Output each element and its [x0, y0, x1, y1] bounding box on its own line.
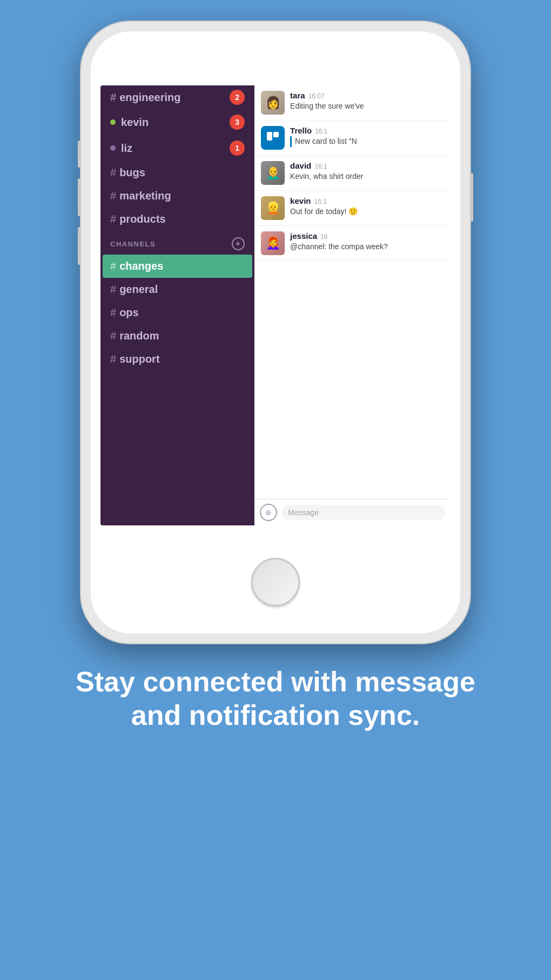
attach-button[interactable]: ⊕: [260, 504, 277, 521]
sender-name: tara: [290, 91, 305, 100]
message-header-trello: Trello 16:1: [290, 126, 444, 135]
avatar-david: 👨‍🦲: [261, 161, 285, 185]
svg-rect-0: [267, 132, 272, 141]
message-content-david: david 16:1 Kevin, wha shirt order: [290, 161, 444, 185]
message-header-kevin: kevin 16:1: [290, 196, 444, 205]
sender-name: kevin: [290, 196, 311, 205]
chat-message-trello: Trello 16:1 New card to list "N: [254, 121, 451, 156]
hash-icon: #: [110, 330, 116, 342]
sidebar-channel-random[interactable]: # random: [100, 324, 254, 348]
badge-liz: 1: [230, 141, 245, 156]
sidebar-item-label: support: [119, 353, 159, 365]
power-button: [470, 173, 473, 222]
hash-icon: #: [110, 306, 116, 319]
phone-outer-shell: # engineering 2 kevin 3 liz 1: [81, 22, 470, 643]
sidebar-channel-changes[interactable]: # changes: [103, 255, 252, 278]
chat-message-david: 👨‍🦲 david 16:1 Kevin, wha shirt order: [254, 156, 451, 191]
svg-rect-1: [273, 132, 279, 137]
sidebar-item-label: marketing: [119, 190, 171, 202]
tagline-line1: Stay connected with message: [76, 666, 475, 697]
hash-icon: #: [110, 166, 116, 179]
offline-dot: [110, 145, 116, 151]
sidebar-item-label: ops: [119, 306, 139, 319]
avatar-jessica: 👩‍🦰: [261, 231, 285, 255]
tagline-text: Stay connected with message and notifica…: [76, 665, 475, 732]
message-header-jessica: jessica 16: [290, 231, 444, 241]
hash-icon: #: [110, 353, 116, 365]
chat-panel: 👩 tara 16:07 Editing the sure we've: [254, 85, 451, 525]
chat-message-tara: 👩 tara 16:07 Editing the sure we've: [254, 85, 451, 121]
channels-section-header: CHANNELS +: [100, 231, 254, 255]
message-content-trello: Trello 16:1 New card to list "N: [290, 126, 444, 150]
phone-mockup: # engineering 2 kevin 3 liz 1: [81, 22, 470, 643]
tagline-line2: and notification sync.: [131, 699, 420, 731]
mute-button: [78, 141, 81, 168]
message-header-david: david 16:1: [290, 161, 444, 170]
message-time: 16:1: [314, 163, 327, 170]
sidebar-item-label: products: [119, 213, 166, 225]
message-header-tara: tara 16:07: [290, 91, 444, 100]
avatar-kevin: 👱: [261, 196, 285, 220]
avatar-tara: 👩: [261, 91, 285, 115]
chat-message-jessica: 👩‍🦰 jessica 16 @channel: the compa week?: [254, 226, 451, 261]
sidebar: # engineering 2 kevin 3 liz 1: [100, 85, 254, 525]
phone-screen: # engineering 2 kevin 3 liz 1: [100, 85, 451, 525]
message-text: Editing the sure we've: [290, 101, 444, 112]
hash-icon: #: [110, 91, 116, 104]
sidebar-item-label: general: [119, 283, 158, 296]
sidebar-item-label: random: [119, 330, 159, 342]
message-content-tara: tara 16:07 Editing the sure we've: [290, 91, 444, 115]
add-channel-button[interactable]: +: [232, 237, 245, 250]
sidebar-item-marketing[interactable]: # marketing: [100, 184, 254, 208]
avatar-trello: [261, 126, 285, 150]
message-time: 16:07: [308, 92, 325, 100]
message-time: 16: [320, 233, 327, 241]
sidebar-channel-general[interactable]: # general: [100, 278, 254, 301]
channels-label: CHANNELS: [110, 240, 156, 248]
sidebar-item-products[interactable]: # products: [100, 208, 254, 231]
sidebar-item-engineering[interactable]: # engineering 2: [100, 85, 254, 109]
sidebar-item-label: kevin: [121, 116, 149, 129]
message-content-kevin: kevin 16:1 Out for de today! 🙂: [290, 196, 444, 220]
volume-up-button: [78, 178, 81, 216]
message-text: @channel: the compa week?: [290, 242, 444, 252]
message-time: 16:1: [315, 128, 327, 135]
volume-down-button: [78, 227, 81, 265]
chat-messages-list: 👩 tara 16:07 Editing the sure we've: [254, 85, 451, 499]
sidebar-item-bugs[interactable]: # bugs: [100, 161, 254, 184]
hash-icon: #: [110, 213, 116, 225]
sidebar-item-liz[interactable]: liz 1: [100, 135, 254, 161]
tagline-section: Stay connected with message and notifica…: [32, 665, 519, 732]
message-text: New card to list "N: [290, 136, 444, 147]
sidebar-item-label: changes: [119, 260, 163, 272]
sidebar-item-label: bugs: [119, 166, 145, 179]
sidebar-channel-support[interactable]: # support: [100, 348, 254, 371]
sender-name: Trello: [290, 126, 312, 135]
message-text: Out for de today! 🙂: [290, 206, 444, 217]
message-input-placeholder[interactable]: Message: [281, 505, 445, 520]
sender-name: david: [290, 161, 311, 170]
phone-inner-shell: # engineering 2 kevin 3 liz 1: [91, 31, 460, 634]
sidebar-item-kevin[interactable]: kevin 3: [100, 109, 254, 135]
hash-icon: #: [110, 283, 116, 296]
message-time: 16:1: [314, 198, 326, 205]
hash-icon: #: [110, 190, 116, 202]
chat-message-kevin: 👱 kevin 16:1 Out for de today! 🙂: [254, 191, 451, 226]
sidebar-channel-ops[interactable]: # ops: [100, 301, 254, 324]
sidebar-item-label: engineering: [119, 91, 180, 104]
sender-name: jessica: [290, 231, 317, 241]
hash-icon: #: [110, 260, 116, 272]
badge-engineering: 2: [230, 90, 245, 105]
message-text: Kevin, wha shirt order: [290, 171, 444, 182]
home-button[interactable]: [251, 558, 300, 606]
chat-input-bar: ⊕ Message: [254, 499, 451, 525]
message-content-jessica: jessica 16 @channel: the compa week?: [290, 231, 444, 255]
sidebar-item-label: liz: [121, 142, 132, 155]
online-dot: [110, 119, 116, 125]
badge-kevin: 3: [230, 115, 245, 130]
